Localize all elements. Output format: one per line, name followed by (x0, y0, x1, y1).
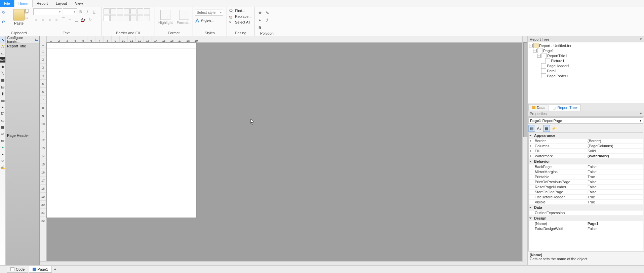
border-shadow-button[interactable] (144, 8, 150, 14)
prop-row[interactable]: StartOnOddPageFalse (529, 190, 643, 195)
format-button[interactable]: Format... (175, 8, 193, 26)
font-color-button[interactable]: A▾ (80, 16, 86, 23)
prop-category[interactable]: Design (529, 216, 643, 221)
prop-row[interactable]: PrintableTrue (529, 174, 643, 180)
tool-cellular[interactable]: ▦ (0, 124, 5, 130)
tree-page-label[interactable]: Page1 (543, 49, 554, 53)
poly-delete-button[interactable]: 🗑 (257, 25, 263, 31)
fill-color-button[interactable] (104, 15, 110, 21)
prop-row[interactable]: VisibleTrue (529, 200, 643, 205)
prop-props-button[interactable]: ▦ (543, 125, 550, 132)
tool-chart[interactable]: ▬ (0, 98, 5, 103)
align-justify-button[interactable]: ≡ (53, 16, 59, 23)
italic-button[interactable]: I (84, 9, 90, 15)
design-surface[interactable]: − 12345678910111213141516171819 − 123456… (40, 36, 527, 266)
styles-button[interactable]: Styles... (195, 18, 223, 23)
tab-report-tree[interactable]: ⊞Report Tree (549, 104, 580, 111)
tool-pointer[interactable]: ↖ (0, 37, 5, 42)
poly-move-button[interactable]: ✥ (257, 10, 263, 16)
font-family-combo[interactable]: ▾ (33, 8, 62, 15)
border-none-button[interactable] (137, 8, 143, 14)
prop-row[interactable]: Watermark(Watermark) (529, 154, 643, 159)
border-bottom-button[interactable] (110, 8, 116, 14)
tree-item[interactable]: Picture1 (551, 59, 564, 63)
tree-expand-page[interactable]: − (533, 49, 537, 52)
prop-row[interactable]: (Name)Page1 (529, 221, 643, 226)
line-color-dd[interactable] (124, 15, 130, 21)
panel-pin-icon[interactable]: ▾ (640, 37, 642, 41)
tool-table[interactable]: ▦ (0, 77, 5, 83)
line-width-button[interactable] (130, 15, 136, 21)
tool-html[interactable]: </> (0, 158, 5, 163)
replace-button[interactable]: abReplace... (229, 14, 252, 19)
tool-checkbox[interactable]: ☑ (0, 111, 5, 116)
prop-row[interactable]: MirrorMarginsFalse (529, 169, 643, 174)
prop-row[interactable]: BackPageFalse (529, 164, 643, 169)
align-right-button[interactable]: ≡ (47, 16, 53, 23)
tree-root-label[interactable]: Report - Untitled.frx (539, 44, 571, 48)
tab-data[interactable]: Data (528, 104, 548, 111)
property-grid[interactable]: AppearanceBorder(Border)Columns(PageColu… (528, 132, 643, 251)
tree-item[interactable]: Data1 (547, 69, 557, 73)
prop-row[interactable]: Columns(PageColumns) (529, 144, 643, 149)
tab-report[interactable]: Report (33, 0, 52, 7)
copy-button[interactable] (24, 8, 30, 14)
tree-expand-rt1[interactable]: − (537, 54, 541, 57)
border-all-button[interactable] (130, 8, 136, 14)
prop-category[interactable]: Appearance (529, 133, 643, 139)
add-page-button[interactable]: + (52, 267, 58, 271)
tree-item[interactable]: PageHeader1 (547, 64, 570, 68)
line-color-button[interactable] (117, 15, 123, 21)
find-button[interactable]: Find... (229, 8, 252, 13)
align-left-button[interactable]: ≡ (33, 16, 39, 23)
scrollbar-vertical[interactable] (522, 36, 527, 266)
tab-home[interactable]: Home (14, 0, 33, 7)
tool-shape[interactable]: ◆ (0, 64, 5, 69)
undo-button[interactable] (1, 10, 5, 15)
prop-events-button[interactable]: ⚡ (551, 125, 557, 132)
valign-bottom-button[interactable]: ▁ (74, 16, 80, 23)
font-size-combo[interactable]: ▾ (63, 8, 77, 15)
report-page[interactable] (46, 42, 197, 218)
tab-layout[interactable]: Layout (52, 0, 71, 7)
selectall-button[interactable]: Select All (229, 20, 252, 25)
rotate-button[interactable]: ↻ (87, 16, 93, 23)
prop-row[interactable]: ResetPageNumberFalse (529, 185, 643, 190)
tool-svg[interactable]: SVG (0, 57, 5, 63)
object-selector[interactable]: Page1ReportPage▾ (528, 117, 643, 124)
tree-item[interactable]: PageFooter1 (547, 74, 568, 78)
tool-line[interactable]: ╲ (0, 71, 5, 76)
tree-expand-root[interactable]: − (529, 44, 533, 47)
redo-button[interactable] (1, 20, 5, 25)
poly-addcurve-button[interactable]: ⤴ (264, 17, 270, 23)
prop-category[interactable]: Behavior (529, 159, 643, 164)
tool-text[interactable]: A (0, 44, 5, 49)
cut-button[interactable]: ✂ (24, 15, 30, 21)
tree-item[interactable]: ReportTitle1 (547, 54, 567, 58)
border-left-button[interactable] (117, 8, 123, 14)
tab-code[interactable]: Code (7, 266, 28, 273)
band-page-header[interactable]: Page Header (6, 133, 39, 138)
tool-sparkline[interactable]: ● (0, 145, 5, 150)
style-combo[interactable]: Select style▾ (195, 9, 223, 16)
underline-button[interactable]: U (91, 9, 97, 15)
prop-row[interactable]: Border(Border) (529, 139, 643, 144)
panel-pin-icon[interactable]: ▾ (640, 111, 642, 116)
prop-categorized-button[interactable]: ▤ (528, 125, 535, 132)
tab-file[interactable]: File (0, 0, 14, 7)
tool-expand[interactable]: ▸ (0, 104, 5, 110)
tab-page1[interactable]: Page1 (29, 266, 52, 273)
prop-row[interactable]: OutlineExpression (529, 210, 643, 216)
tool-signature[interactable]: ✍ (0, 165, 5, 170)
prop-row[interactable]: FillSolid (529, 149, 643, 154)
band-report-title[interactable]: Report Title (6, 43, 39, 49)
border-props-button[interactable] (144, 15, 150, 21)
line-style-button[interactable] (137, 15, 143, 21)
valign-top-button[interactable]: ▔ (60, 16, 66, 23)
prop-alpha-button[interactable]: A↓ (536, 125, 542, 132)
border-top-button[interactable] (104, 8, 110, 14)
tab-view[interactable]: View (71, 0, 87, 7)
fill-color-dd[interactable] (110, 15, 116, 21)
prop-category[interactable]: Data (529, 205, 643, 210)
poly-edit-button[interactable]: ✎ (264, 10, 270, 16)
